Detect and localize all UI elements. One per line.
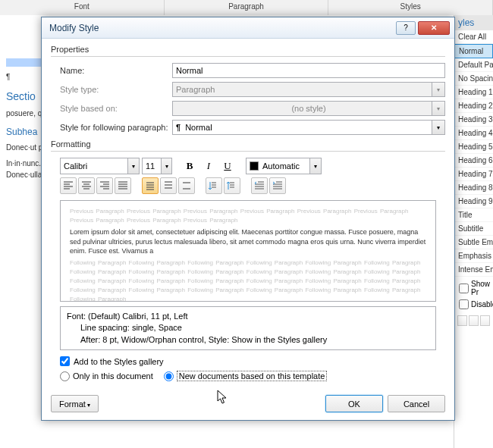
style-item[interactable]: Heading 3 xyxy=(454,113,493,127)
ribbon: Font Paragraph Styles xyxy=(0,0,493,15)
style-item[interactable]: Emphasis xyxy=(454,249,493,263)
style-item[interactable]: Heading 5 xyxy=(454,140,493,154)
preview-sample-text: Lorem ipsum dolor sit amet, consectetuer… xyxy=(70,227,426,256)
only-this-document-label: Only in this document xyxy=(73,371,153,381)
font-color-combo[interactable]: Automatic▾ xyxy=(246,158,322,174)
style-item[interactable]: Heading 8 xyxy=(454,181,493,195)
style-item-normal[interactable]: Normal xyxy=(454,44,493,58)
show-preview-check[interactable] xyxy=(459,284,469,293)
align-left-button[interactable] xyxy=(60,177,77,194)
ribbon-tab-paragraph[interactable]: Paragraph xyxy=(165,0,329,15)
style-pane-btn[interactable] xyxy=(457,315,467,326)
align-justify-button[interactable] xyxy=(115,177,131,194)
formatting-group-label: Formatting xyxy=(51,139,445,149)
dialog-title: Modify Style xyxy=(46,23,394,33)
style-pane-btn[interactable] xyxy=(480,315,490,326)
style-based-label: Style based on: xyxy=(51,104,172,113)
properties-group-label: Properties xyxy=(51,45,445,54)
ribbon-tab-styles[interactable]: Styles xyxy=(328,0,493,15)
bold-button[interactable]: B xyxy=(181,158,198,174)
add-to-gallery-checkbox[interactable] xyxy=(60,356,70,366)
disable-linked-check[interactable] xyxy=(459,299,469,309)
double-spacing-button[interactable] xyxy=(178,177,195,194)
new-documents-template-label: New documents based on this template xyxy=(177,371,328,381)
increase-indent-button[interactable] xyxy=(269,177,286,194)
style-based-combo: (no style)▾ xyxy=(172,101,445,116)
align-right-button[interactable] xyxy=(96,177,113,194)
style-description: Font: (Default) Calibri, 11 pt, Left Lin… xyxy=(60,306,436,350)
style-item[interactable]: Heading 1 xyxy=(454,86,493,99)
style-type-label: Style type: xyxy=(51,85,172,94)
font-size-combo[interactable]: 11▾ xyxy=(142,158,172,174)
preview-box: Previous Paragraph Previous Paragraph Pr… xyxy=(60,200,436,302)
help-button[interactable]: ? xyxy=(396,21,416,35)
space-before-increase-button[interactable] xyxy=(206,177,222,194)
style-item[interactable]: Heading 7 xyxy=(454,168,493,181)
style-item[interactable]: Heading 4 xyxy=(454,127,493,140)
font-name-combo[interactable]: Calibri▾ xyxy=(60,158,140,174)
single-spacing-button[interactable] xyxy=(142,177,159,194)
only-this-document-radio[interactable] xyxy=(60,371,70,381)
style-pane-btn[interactable] xyxy=(469,315,479,326)
color-swatch-icon xyxy=(250,161,259,171)
preview-following-text: Following Paragraph Following Paragraph … xyxy=(70,258,426,302)
style-item[interactable]: Intense Em xyxy=(454,263,493,277)
italic-button[interactable]: I xyxy=(200,158,217,174)
style-item-clear-all[interactable]: Clear All xyxy=(454,30,493,44)
preview-previous-text: Previous Paragraph Previous Paragraph Pr… xyxy=(70,207,426,225)
cancel-button[interactable]: Cancel xyxy=(388,395,445,412)
style-type-combo: Paragraph▾ xyxy=(172,82,445,97)
dialog-titlebar[interactable]: Modify Style ? ✕ xyxy=(42,17,454,39)
name-input[interactable] xyxy=(172,63,445,78)
style-item[interactable]: Subtle Em xyxy=(454,236,493,249)
underline-button[interactable]: U xyxy=(219,158,236,174)
space-before-decrease-button[interactable] xyxy=(224,177,240,194)
style-following-label: Style for following paragraph: xyxy=(51,123,172,132)
styles-pane: yles Clear All Normal Default Pa No Spac… xyxy=(454,15,493,448)
ok-button[interactable]: OK xyxy=(325,395,383,412)
style-item[interactable]: Heading 2 xyxy=(454,99,493,113)
style-item[interactable]: No Spacing xyxy=(454,72,493,86)
ribbon-tab-font[interactable]: Font xyxy=(0,0,165,15)
style-item[interactable]: Title xyxy=(454,208,493,222)
style-item[interactable]: Heading 9 xyxy=(454,195,493,208)
modify-style-dialog: Modify Style ? ✕ Properties Name: Style … xyxy=(41,17,455,421)
style-item[interactable]: Heading 6 xyxy=(454,154,493,168)
decrease-indent-button[interactable] xyxy=(251,177,268,194)
close-button[interactable]: ✕ xyxy=(418,21,450,35)
format-menu-button[interactable]: Format xyxy=(51,395,99,412)
one-half-spacing-button[interactable] xyxy=(160,177,177,194)
add-to-gallery-label: Add to the Styles gallery xyxy=(74,357,164,366)
new-documents-template-radio[interactable] xyxy=(164,371,174,381)
style-item[interactable]: Default Pa xyxy=(454,58,493,72)
name-label: Name: xyxy=(51,66,172,75)
style-following-combo[interactable]: ¶Normal▾ xyxy=(172,120,445,135)
style-item[interactable]: Subtitle xyxy=(454,222,493,236)
align-center-button[interactable] xyxy=(78,177,95,194)
styles-pane-title: yles xyxy=(454,15,493,30)
